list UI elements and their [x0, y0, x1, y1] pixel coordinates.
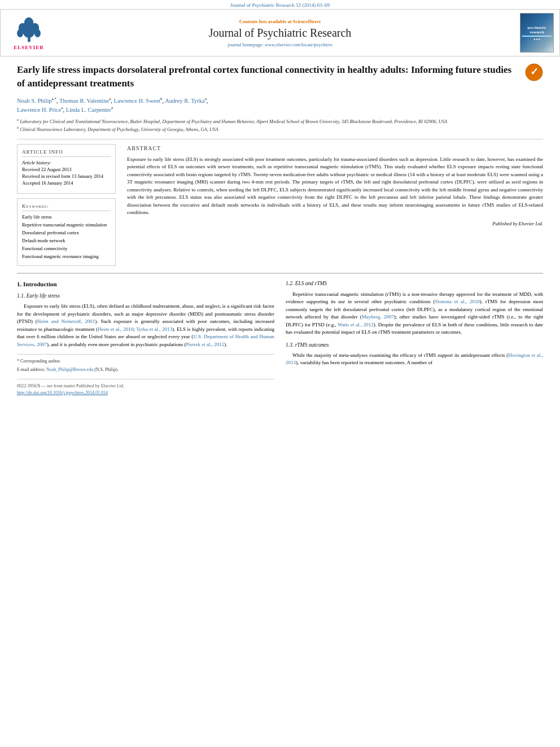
article-info-box: ARTICLE INFO Article history: Received 2… — [17, 144, 116, 194]
article-info-header: ARTICLE INFO — [22, 149, 111, 157]
footnote-email: E-mail address: Noah_Philip@Brown.edu (N… — [17, 366, 274, 373]
section-1-title: 1. Introduction — [17, 279, 274, 289]
published-by: Published by Elsevier Ltd. — [127, 220, 543, 228]
article-content: Early life stress impacts dorsolateral p… — [0, 56, 560, 403]
journal-header-center: Contents lists available at ScienceDirec… — [51, 19, 509, 47]
journal-homepage: journal homepage: www.elsevier.com/locat… — [51, 42, 509, 47]
subsection-1-2-title: 1.2. ELS and rTMS — [286, 279, 543, 287]
author-tyrka[interactable]: Audrey R. Tyrka — [165, 97, 205, 103]
elsevier-logo-area: ELSEVIER — [6, 15, 51, 50]
keywords-header: Keywords: — [22, 203, 111, 211]
author-price[interactable]: Lawrence H. Price — [17, 106, 61, 112]
svg-point-5 — [34, 29, 41, 38]
elsevier-tree-icon — [14, 15, 45, 43]
svg-point-4 — [17, 29, 23, 38]
elsevier-logo: ELSEVIER — [6, 15, 51, 50]
abstract-section: ABSTRACT Exposure to early life stress (… — [127, 144, 543, 228]
keyword-3: Dorsolateral prefrontal cortex — [22, 230, 111, 237]
crossmark-badge[interactable]: ✓ — [525, 63, 543, 82]
divider-1 — [17, 139, 543, 139]
cover-text: psychiatricresearch — [527, 25, 546, 34]
sciencedirect-link-text: Contents lists available at ScienceDirec… — [51, 19, 509, 24]
ref-heim-2010[interactable]: Heim et al., 2010 — [98, 326, 133, 332]
author-sweet[interactable]: Lawrence H. Sweet — [114, 97, 161, 103]
body-columns: 1. Introduction 1.1. Early life stress E… — [17, 279, 543, 396]
ref-watts[interactable]: Watts et al., 2012 — [338, 322, 374, 327]
crossmark-icon: ✓ — [525, 63, 543, 81]
ref-hovington[interactable]: Hovington et al., 2013 — [286, 352, 543, 366]
svg-point-6 — [24, 18, 33, 29]
article-title-area: Early life stress impacts dorsolateral p… — [17, 63, 543, 90]
footnotes-area: * Corresponding author. E-mail address: … — [17, 354, 274, 373]
keyword-5: Functional connectivity — [22, 246, 111, 252]
author-valentine[interactable]: Thomas R. Valentine — [59, 97, 109, 103]
doi-link[interactable]: http://dx.doi.org/10.1016/j.jpsychires.2… — [17, 390, 108, 395]
journal-citation-bar: Journal of Psychiatric Research 52 (2014… — [0, 0, 560, 10]
elsevier-label: ELSEVIER — [14, 45, 44, 50]
svg-text:✓: ✓ — [530, 66, 539, 77]
article-history: Article history: Received 22 August 2013… — [22, 160, 111, 187]
abstract-column: ABSTRACT Exposure to early life stress (… — [127, 144, 543, 267]
keyword-1: Early life stress — [22, 214, 111, 221]
ref-slotema[interactable]: Slotema et al., 2010 — [435, 299, 480, 304]
authors-list: Noah S. Philipa,*, Thomas R. Valentinea,… — [17, 96, 543, 115]
body-col-left: 1. Introduction 1.1. Early life stress E… — [17, 279, 274, 396]
affiliations: a Laboratory for Clinical and Translatio… — [17, 117, 543, 133]
intro-paragraph-1: Exposure to early life stress (ELS), oft… — [17, 303, 274, 348]
subsection-1-1-title: 1.1. Early life stress — [17, 292, 274, 300]
subsection-1-3-title: 1.3. rTMS outcomes — [286, 341, 543, 349]
ref-tyrka-2013[interactable]: Tyrka et al., 2013 — [136, 326, 172, 332]
keyword-4: Default mode network — [22, 238, 111, 244]
journal-citation-text: Journal of Psychiatric Research 52 (2014… — [230, 2, 330, 8]
journal-header: ELSEVIER Contents lists available at Sci… — [0, 10, 560, 56]
ref-mayberg[interactable]: Mayberg, 2007 — [362, 314, 394, 320]
homepage-url[interactable]: www.elsevier.com/locate/psychires — [265, 42, 333, 47]
article-info-abstract-cols: ARTICLE INFO Article history: Received 2… — [17, 144, 543, 267]
intro-paragraph-3: While the majority of meta-analyses exam… — [286, 352, 543, 367]
intro-paragraph-2: Repetitive transcranial magnetic stimula… — [286, 291, 543, 337]
abstract-text: Exposure to early life stress (ELS) is s… — [127, 156, 543, 217]
article-title: Early life stress impacts dorsolateral p… — [17, 63, 520, 90]
page-bottom: 0022-3956/$ — see front matter Published… — [17, 379, 274, 396]
journal-cover-image: psychiatricresearch ■ ■ ■ — [520, 13, 554, 53]
body-col-right: 1.2. ELS and rTMS Repetitive transcrania… — [286, 279, 543, 396]
journal-title: Journal of Psychiatric Research — [51, 27, 509, 40]
divider-2 — [17, 273, 543, 274]
author-philip[interactable]: Noah S. Philip — [17, 97, 52, 103]
author-carpenter[interactable]: Linda L. Carpenter — [66, 106, 111, 112]
footnote-corresponding: * Corresponding author. — [17, 358, 274, 365]
abstract-header: ABSTRACT — [127, 144, 543, 152]
issn-text: 0022-3956/$ — see front matter Published… — [17, 383, 274, 390]
article-info-column: ARTICLE INFO Article history: Received 2… — [17, 144, 116, 267]
email-link[interactable]: Noah_Philip@Brown.edu — [46, 367, 93, 372]
ref-pietrek[interactable]: Pietrek et al., 2012 — [186, 342, 224, 347]
keyword-2: Repetitive transcranial magnetic stimula… — [22, 222, 111, 229]
ref-heim-nemeroff[interactable]: Heim and Nemeroff, 2001 — [37, 318, 95, 324]
sciencedirect-name[interactable]: ScienceDirect — [293, 19, 321, 24]
keywords-box: Keywords: Early life stress Repetitive t… — [17, 198, 116, 266]
ref-us-dhhs[interactable]: U.S. Department of Health and Human Serv… — [17, 334, 274, 347]
keyword-6: Functional magnetic resonance imaging — [22, 254, 111, 260]
journal-cover-area: psychiatricresearch ■ ■ ■ — [509, 13, 554, 53]
